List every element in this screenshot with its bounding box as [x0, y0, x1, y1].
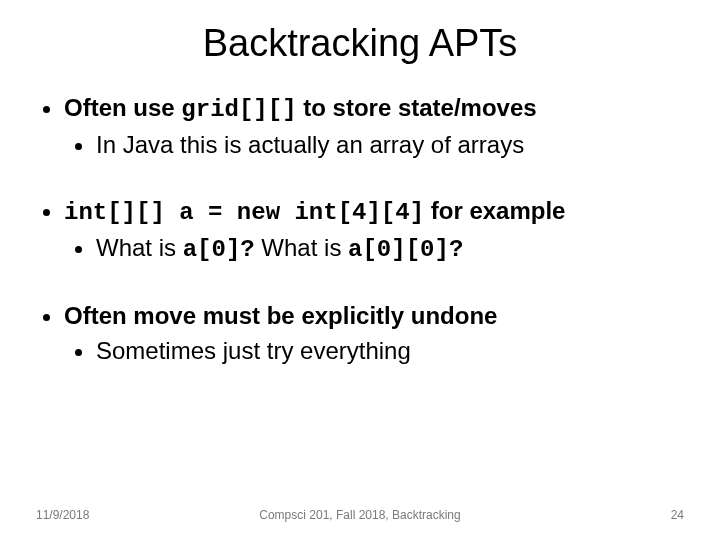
bullet-list: Often use grid[][] to store state/moves … [36, 93, 684, 160]
bullet-list-3: Often move must be explicitly undone Som… [36, 301, 684, 366]
bullet-1-sub-1: In Java this is actually an array of arr… [96, 129, 684, 160]
bullet-1: Often use grid[][] to store state/moves … [64, 93, 684, 160]
slide-title: Backtracking APTs [36, 22, 684, 65]
footer: 11/9/2018 Compsci 201, Fall 2018, Backtr… [0, 508, 720, 522]
bullet-2-sub-1: What is a[0]? What is a[0][0]? [96, 232, 684, 265]
bullet-3: Often move must be explicitly undone Som… [64, 301, 684, 366]
slide: Backtracking APTs Often use grid[][] to … [0, 0, 720, 540]
bullet-list-2: int[][] a = new int[4][4] for example Wh… [36, 196, 684, 265]
bullet-3-sub-1: Sometimes just try everything [96, 335, 684, 366]
footer-course: Compsci 201, Fall 2018, Backtracking [0, 508, 720, 522]
bullet-2: int[][] a = new int[4][4] for example Wh… [64, 196, 684, 265]
